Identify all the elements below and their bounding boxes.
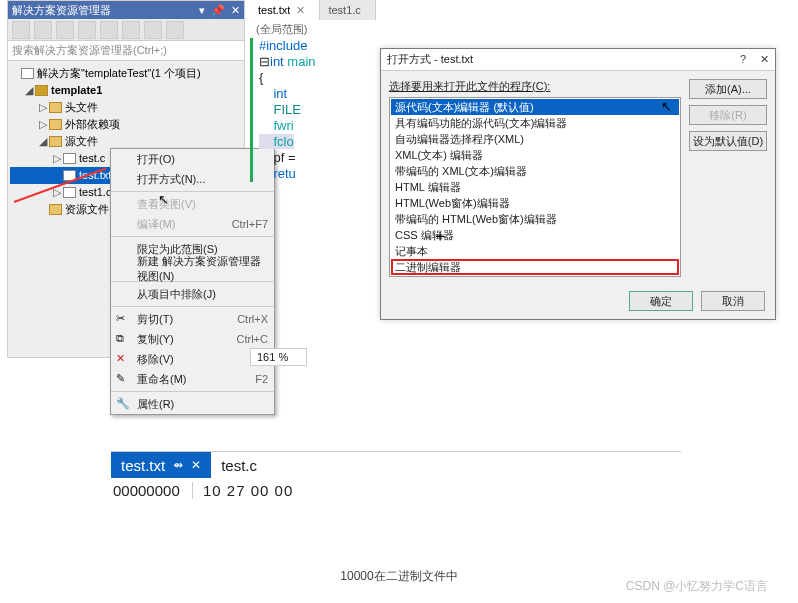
list-item[interactable]: 具有编码功能的源代码(文本)编辑器: [391, 115, 679, 131]
menu-props[interactable]: 🔧属性(R): [111, 394, 274, 414]
close-icon[interactable]: ✕: [760, 53, 769, 66]
cancel-button[interactable]: 取消: [701, 291, 765, 311]
hex-tab-c[interactable]: test.c: [211, 452, 267, 478]
toolbar-button[interactable]: [56, 21, 74, 39]
class-icon: [116, 197, 130, 211]
remove-button: 移除(R): [689, 105, 767, 125]
list-item[interactable]: 资源编辑器: [391, 275, 679, 277]
rename-icon: ✎: [116, 372, 130, 386]
zoom-combo[interactable]: 161 %: [250, 348, 307, 366]
new-icon: [116, 262, 130, 276]
watermark: CSDN @小忆努力学C语言: [626, 578, 768, 595]
open-with-dialog: 打开方式 - test.txt ?✕ 选择要用来打开此文件的程序(C): 源代码…: [380, 48, 776, 320]
menu-view-class: 查看类图(V): [111, 194, 274, 214]
menu-rename[interactable]: ✎重命名(M)F2: [111, 369, 274, 389]
ok-button[interactable]: 确定: [629, 291, 693, 311]
search-input[interactable]: 搜索解决方案资源管理器(Ctrl+;): [8, 41, 244, 61]
toolbar-button[interactable]: [34, 21, 52, 39]
label: 外部依赖项: [65, 116, 120, 133]
dropdown-icon[interactable]: ▾: [199, 4, 205, 17]
list-item[interactable]: CSS 编辑器: [391, 227, 679, 243]
close-icon[interactable]: ✕: [231, 4, 240, 17]
list-item[interactable]: 自动编辑器选择程序(XML): [391, 131, 679, 147]
menu-cut[interactable]: ✂剪切(T)Ctrl+X: [111, 309, 274, 329]
label: 头文件: [65, 99, 98, 116]
copy-icon: ⧉: [116, 332, 130, 346]
list-item-binary[interactable]: 二进制编辑器: [391, 259, 679, 275]
toolbar-button[interactable]: [12, 21, 30, 39]
tab-test1-c[interactable]: test1.c: [320, 0, 375, 20]
toolbar-button[interactable]: [78, 21, 96, 39]
close-icon[interactable]: ✕: [296, 4, 305, 17]
list-item[interactable]: XML(文本) 编辑器: [391, 147, 679, 163]
label: 资源文件: [65, 201, 109, 218]
open-icon: [116, 152, 130, 166]
label: 解决方案"templateTest"(1 个项目): [37, 65, 201, 82]
panel-titlebar[interactable]: 解决方案资源管理器 ▾ 📌 ✕: [8, 1, 244, 19]
cut-icon: ✂: [116, 312, 130, 326]
list-item[interactable]: 带编码的 HTML(Web窗体)编辑器: [391, 211, 679, 227]
list-item[interactable]: 源代码(文本)编辑器 (默认值): [391, 99, 679, 115]
tree-node[interactable]: ▷头文件: [10, 99, 242, 116]
editor-tabs: test.txt✕ test1.c: [250, 0, 376, 20]
menu-new-view[interactable]: 新建 解决方案资源管理器 视图(N): [111, 259, 274, 279]
hex-address: 00000000: [111, 482, 193, 499]
tree-node[interactable]: ▷外部依赖项: [10, 116, 242, 133]
help-icon[interactable]: ?: [740, 53, 746, 66]
hex-bytes: 10 27 00 00: [193, 482, 293, 499]
list-item[interactable]: 记事本: [391, 243, 679, 259]
pin-icon[interactable]: ⇴: [173, 458, 183, 472]
label: template1: [51, 82, 102, 99]
list-item[interactable]: HTML 编辑器: [391, 179, 679, 195]
hex-tab-txt[interactable]: test.txt⇴✕: [111, 452, 211, 478]
context-menu: 打开(O) 打开方式(N)... 查看类图(V) 编译(M)Ctrl+F7 限定…: [110, 148, 275, 415]
pin-icon[interactable]: 📌: [211, 4, 225, 17]
label: 源文件: [65, 133, 98, 150]
hex-viewer: test.txt⇴✕ test.c 00000000 10 27 00 00: [111, 451, 681, 503]
toolbar-button[interactable]: [122, 21, 140, 39]
list-item[interactable]: HTML(Web窗体)编辑器: [391, 195, 679, 211]
scope-dropdown[interactable]: (全局范围): [250, 21, 313, 38]
label: test.txt: [79, 167, 111, 184]
panel-toolbar: [8, 19, 244, 41]
label: test1.c: [79, 184, 111, 201]
add-button[interactable]: 添加(A)...: [689, 79, 767, 99]
menu-copy[interactable]: ⧉复制(Y)Ctrl+C: [111, 329, 274, 349]
close-icon[interactable]: ✕: [191, 458, 201, 472]
dialog-title: 打开方式 - test.txt: [387, 52, 473, 67]
set-default-button[interactable]: 设为默认值(D): [689, 131, 767, 151]
project-node[interactable]: ◢template1: [10, 82, 242, 99]
listbox-label: 选择要用来打开此文件的程序(C):: [389, 79, 681, 94]
code-editor[interactable]: #include ⊟int main { int FILE fwri fclo …: [250, 38, 370, 182]
panel-title: 解决方案资源管理器: [12, 3, 111, 18]
tab-test-txt[interactable]: test.txt✕: [250, 0, 320, 20]
toolbar-button[interactable]: [100, 21, 118, 39]
label: test.c: [79, 150, 105, 167]
program-listbox[interactable]: 源代码(文本)编辑器 (默认值) 具有编码功能的源代码(文本)编辑器 自动编辑器…: [389, 97, 681, 277]
menu-compile: 编译(M)Ctrl+F7: [111, 214, 274, 234]
list-item[interactable]: 带编码的 XML(文本)编辑器: [391, 163, 679, 179]
solution-node[interactable]: 解决方案"templateTest"(1 个项目): [10, 65, 242, 82]
delete-icon: ✕: [116, 352, 130, 366]
dialog-titlebar[interactable]: 打开方式 - test.txt ?✕: [381, 49, 775, 71]
toolbar-button[interactable]: [144, 21, 162, 39]
toolbar-button[interactable]: [166, 21, 184, 39]
menu-exclude[interactable]: 从项目中排除(J): [111, 284, 274, 304]
hex-content[interactable]: 00000000 10 27 00 00: [111, 478, 681, 503]
wrench-icon: 🔧: [116, 397, 130, 411]
